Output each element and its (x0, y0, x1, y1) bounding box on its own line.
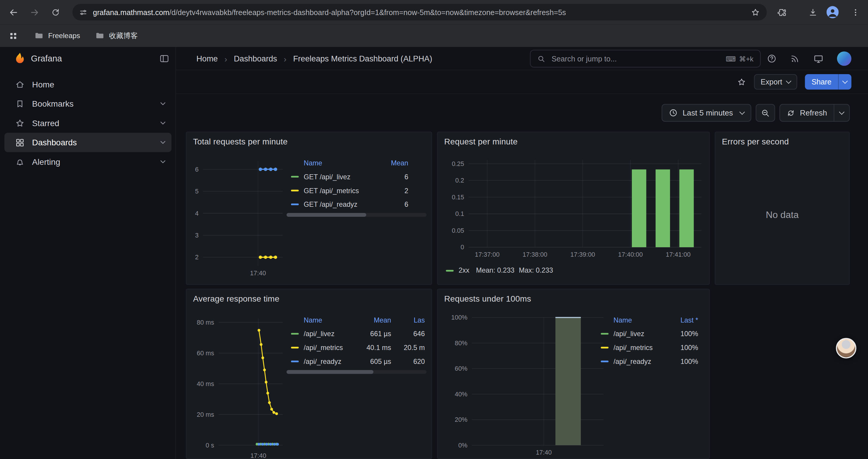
panel-request-per-minute: Request per minute 0.250.20.150.10.05017… (437, 132, 710, 285)
svg-text:20 ms: 20 ms (197, 411, 214, 418)
legend-header-name[interactable]: Name (304, 159, 369, 167)
legend-header-mean[interactable]: Mean (369, 159, 408, 167)
legend-row[interactable]: GET /api/_livez 6 (291, 170, 427, 184)
sidebar-item-bookmarks[interactable]: Bookmarks (4, 94, 172, 113)
series-swatch (291, 333, 299, 335)
legend-scrollbar[interactable] (286, 213, 427, 217)
breadcrumb-home[interactable]: Home (196, 54, 218, 63)
svg-text:80%: 80% (455, 340, 467, 347)
bookmark-folder-blogs[interactable]: 收藏博客 (92, 29, 141, 42)
rss-icon[interactable] (790, 54, 800, 64)
search-input[interactable] (550, 54, 721, 64)
breadcrumb-dashboards[interactable]: Dashboards (234, 54, 277, 63)
time-range-picker[interactable]: Last 5 minutes (661, 104, 751, 122)
brand-name: Grafana (31, 47, 62, 70)
refresh-interval-caret[interactable] (834, 104, 849, 121)
browser-toolbar: grafana.mathmast.com/d/deytv4rwavabkb/fr… (0, 0, 868, 24)
legend-header-name[interactable]: Name (304, 316, 359, 324)
sidebar-item-alerting[interactable]: Alerting (4, 152, 172, 172)
sidebar-item-dashboards[interactable]: Dashboards (4, 133, 172, 152)
legend-row[interactable]: /api/_readyz 605 µs 620 (291, 355, 427, 368)
refresh-icon (787, 109, 795, 117)
chevron-down-icon[interactable] (159, 100, 167, 108)
legend-row[interactable]: /api/_metrics 40.1 ms 20.5 m (291, 340, 427, 355)
chart-legend: 2xx Mean: 0.233 Max: 0.233 (446, 267, 557, 274)
scrollbar-thumb[interactable] (286, 370, 373, 374)
collapse-sidebar-icon[interactable] (159, 54, 169, 64)
browser-menu-icon[interactable] (849, 6, 861, 18)
legend-row[interactable]: /api/_readyz 100% (601, 355, 699, 368)
assistant-avatar[interactable] (836, 338, 856, 358)
refresh-button-group: Refresh (779, 104, 850, 122)
share-menu-caret[interactable] (838, 74, 851, 90)
breadcrumb-separator: › (284, 54, 286, 64)
legend-scrollbar[interactable] (286, 370, 427, 374)
series-swatch (601, 333, 609, 335)
chevron-down-icon[interactable] (159, 138, 167, 146)
bookmark-label: 收藏博客 (109, 31, 138, 41)
profile-avatar-icon[interactable] (827, 6, 839, 18)
series-swatch (291, 203, 299, 205)
favorite-star-icon[interactable] (737, 77, 746, 87)
zoom-out-button[interactable] (756, 104, 775, 122)
search-bar[interactable]: ⌨ ⌘+k (530, 50, 761, 68)
apps-grid-icon[interactable] (6, 29, 21, 42)
site-settings-icon[interactable] (79, 8, 88, 16)
scrollbar-thumb[interactable] (286, 213, 366, 217)
svg-text:2: 2 (195, 254, 198, 261)
extensions-icon[interactable] (776, 6, 788, 18)
zoom-out-icon (761, 108, 770, 118)
share-button[interactable]: Share (805, 74, 851, 90)
svg-text:0 s: 0 s (206, 442, 214, 449)
svg-text:17:40: 17:40 (250, 452, 266, 459)
legend-table: Name Mean GET /api/_livez 6 GET /api/_me… (286, 157, 427, 219)
chevron-down-icon[interactable] (159, 119, 167, 127)
svg-text:17:40:00: 17:40:00 (618, 251, 643, 258)
legend-header-mean[interactable]: Mean (359, 316, 391, 324)
legend-series-name[interactable]: 2xx (459, 267, 469, 274)
svg-text:0.1: 0.1 (455, 210, 464, 218)
star-icon (15, 118, 25, 128)
export-button[interactable]: Export (754, 74, 797, 90)
chevron-down-icon[interactable] (159, 158, 167, 166)
help-icon[interactable] (767, 54, 777, 64)
series-swatch (291, 361, 299, 362)
svg-text:3: 3 (195, 232, 198, 239)
panel-title[interactable]: Errors per second (722, 137, 789, 146)
dashboard-toolbar: Export Share (176, 70, 868, 94)
sidebar-item-starred[interactable]: Starred (4, 113, 172, 133)
back-icon[interactable] (7, 6, 19, 18)
downloads-icon[interactable] (807, 6, 819, 18)
svg-text:0.25: 0.25 (452, 160, 464, 167)
breadcrumb: Home › Dashboards › Freeleaps Metrics Da… (196, 47, 432, 70)
user-avatar[interactable] (837, 52, 851, 66)
series-swatch (291, 190, 299, 191)
url-bar[interactable]: grafana.mathmast.com/d/deytv4rwavabkb/fr… (72, 4, 767, 21)
svg-text:20%: 20% (455, 416, 467, 423)
legend-header-last[interactable]: Last * (666, 316, 698, 324)
legend-row[interactable]: /api/_livez 100% (601, 327, 699, 341)
screen: grafana.mathmast.com/d/deytv4rwavabkb/fr… (0, 0, 868, 459)
bookmark-star-icon[interactable] (751, 7, 760, 17)
monitor-icon[interactable] (813, 54, 824, 64)
svg-text:17:40: 17:40 (536, 449, 552, 456)
legend-row[interactable]: /api/_metrics 100% (601, 340, 699, 355)
chevron-down-icon (740, 109, 745, 114)
grafana-logo-icon[interactable] (13, 52, 27, 65)
refresh-button[interactable]: Refresh (780, 104, 834, 121)
reload-icon[interactable] (49, 6, 61, 18)
svg-text:0.2: 0.2 (455, 177, 464, 184)
forward-icon[interactable] (28, 6, 40, 18)
bookmark-folder-freeleaps[interactable]: Freeleaps (31, 29, 84, 42)
legend-row[interactable]: GET /api/_readyz 6 (291, 197, 427, 211)
grafana-app: Grafana Home Bookmarks Starred (0, 47, 868, 459)
sidebar-item-home[interactable]: Home (4, 75, 172, 94)
legend-header-last[interactable]: Las (391, 316, 425, 324)
legend-row[interactable]: /api/_livez 661 µs 646 (291, 327, 427, 341)
legend-row[interactable]: GET /api/_metrics 2 (291, 184, 427, 198)
bookmarks-bar: Freeleaps 收藏博客 (0, 24, 868, 47)
legend-header-name[interactable]: Name (614, 316, 666, 324)
sidebar: Grafana Home Bookmarks Starred (0, 47, 176, 459)
svg-text:17:37:00: 17:37:00 (475, 251, 500, 258)
clock-icon (669, 108, 678, 117)
